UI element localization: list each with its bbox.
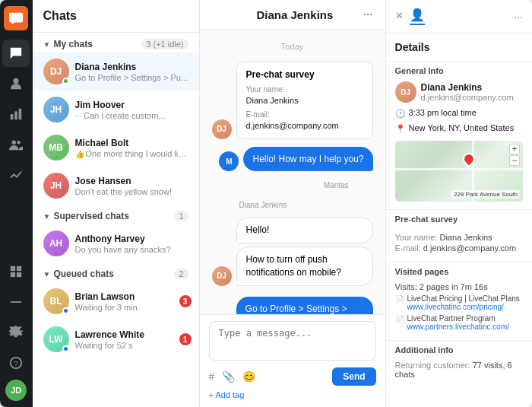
msg-sender-user: Diana Jenkins bbox=[212, 201, 373, 209]
chat-list: Chats ▼ My chats 3 (+1 idle) DJ Diana Je… bbox=[33, 0, 200, 407]
msg-bubble-agent-1: Hello! How may I help you? bbox=[243, 147, 372, 172]
section-my-chats[interactable]: ▼ My chats 3 (+1 idle) bbox=[33, 33, 199, 52]
survey-name-field: Your name: Diana Jenkins bbox=[246, 84, 363, 107]
section-badge-supervised: 1 bbox=[174, 211, 188, 221]
chat-input[interactable] bbox=[209, 321, 376, 361]
visit-url-2[interactable]: www.partners.livechatinc.com/ bbox=[407, 323, 510, 331]
avatar-jose: JH bbox=[43, 173, 69, 199]
section-label-survey: Pre-chat survey bbox=[386, 209, 532, 227]
msg-row-survey: DJ Pre-chat survey Your name: Diana Jenk… bbox=[212, 62, 373, 139]
more-options-icon[interactable]: ··· bbox=[363, 8, 372, 21]
chat-header-actions: ··· bbox=[363, 8, 372, 21]
tab-close[interactable]: ✕ bbox=[395, 10, 404, 23]
location-icon: 📍 bbox=[395, 124, 404, 134]
survey-section: Your name: Diana Jenkins E-mail: d.jenki… bbox=[386, 227, 532, 259]
chat-name-brian: Brian Lawson bbox=[75, 291, 188, 302]
chat-info-diana: Diana Jenkins Go to Profile > Settings >… bbox=[75, 62, 188, 82]
main-chat: Diana Jenkins ··· Today DJ Pre-chat surv… bbox=[200, 0, 385, 407]
chat-info-anthony: Anthony Harvey Do you have any snacks? bbox=[75, 234, 188, 254]
send-button[interactable]: Send bbox=[332, 367, 375, 386]
visit-item-2: 📄 LiveChat Partner Program www.partners.… bbox=[395, 314, 523, 331]
visit-info-2: LiveChat Partner Program www.partners.li… bbox=[407, 314, 510, 331]
chat-item-jose[interactable]: JH Jose Hansen Don't eat the yellow snow… bbox=[33, 167, 199, 205]
visits-summary: Visits: 2 pages in 7m 16s bbox=[395, 282, 523, 291]
toolbar-attachment-icon[interactable]: 📎 bbox=[222, 370, 235, 383]
chat-list-header: Chats bbox=[33, 0, 199, 33]
toolbar-emoji-icon[interactable]: 😊 bbox=[242, 370, 255, 383]
chat-item-anthony[interactable]: AH Anthony Harvey Do you have any snacks… bbox=[33, 224, 199, 262]
chat-input-toolbar: # 📎 😊 Send bbox=[209, 367, 376, 386]
svg-rect-8 bbox=[17, 272, 21, 277]
avatar-diana: DJ bbox=[43, 59, 69, 84]
svg-rect-7 bbox=[11, 272, 15, 277]
nav-icon-analytics[interactable] bbox=[2, 161, 30, 189]
contact-avatar: DJ bbox=[395, 81, 416, 103]
right-panel: ✕ 👤 ··· Details General Info DJ Diana Je… bbox=[385, 0, 532, 407]
nav-icon-team[interactable] bbox=[2, 131, 30, 158]
add-tag-button[interactable]: + Add tag bbox=[209, 386, 376, 401]
nav-icon-reports[interactable] bbox=[2, 100, 30, 128]
zoom-out-button[interactable]: − bbox=[509, 155, 520, 166]
section-label-visited: Visited pages bbox=[386, 262, 532, 279]
survey-field-email: E-mail: d.jenkins@company.com bbox=[395, 243, 523, 253]
chevron-my-chats: ▼ bbox=[43, 40, 51, 49]
survey-email-field: E-mail: d.jenkins@company.com bbox=[246, 110, 363, 132]
chat-preview-lawrence: Waiting for 52 s bbox=[75, 341, 188, 350]
chat-header: Diana Jenkins ··· bbox=[200, 0, 385, 30]
map-pin bbox=[463, 153, 475, 165]
msg-row-user-hello: DJ Hello! How to turn off push notificat… bbox=[212, 217, 373, 285]
section-title-supervised: Supervised chats bbox=[53, 211, 174, 221]
section-label-general: General Info bbox=[386, 61, 532, 78]
section-label-additional: Additional info bbox=[386, 340, 532, 358]
chat-item-brian[interactable]: BL Brian Lawson Waiting for 3 min 3 bbox=[33, 282, 199, 320]
zoom-in-button[interactable]: + bbox=[509, 144, 520, 154]
additional-text: Returning customer: 77 visits, 6 chats bbox=[395, 361, 523, 379]
chat-preview-anthony: Do you have any snacks? bbox=[75, 245, 188, 254]
chat-item-lawrence[interactable]: LW Lawrence White Waiting for 52 s 1 bbox=[33, 320, 199, 358]
nav-icon-minus[interactable] bbox=[2, 288, 30, 316]
survey-email-value: d.jenkins@company.com bbox=[246, 120, 363, 132]
chat-preview-jim: ··· Can I create custom... bbox=[75, 111, 188, 120]
messages-container: Today DJ Pre-chat survey Your name: Dian… bbox=[200, 30, 385, 314]
badge-lawrence: 1 bbox=[179, 333, 192, 345]
toolbar-hash-icon[interactable]: # bbox=[209, 370, 215, 383]
visited-section: Visits: 2 pages in 7m 16s 📄 LiveChat Pri… bbox=[386, 279, 532, 337]
chat-header-name: Diana Jenkins bbox=[227, 8, 363, 21]
chat-item-diana[interactable]: DJ Diana Jenkins Go to Profile > Setting… bbox=[33, 52, 199, 91]
user-messages: Hello! How to turn off push notification… bbox=[236, 217, 373, 285]
avatar-user-1: DJ bbox=[212, 266, 232, 286]
chat-item-michael[interactable]: MB Michael Bolt 👍One more thing I would … bbox=[33, 129, 199, 167]
info-row-location: 📍 New York, NY, United States bbox=[386, 121, 532, 136]
panel-menu-icon[interactable]: ··· bbox=[514, 11, 523, 23]
date-label: Today bbox=[212, 42, 373, 51]
chat-item-jim[interactable]: JH Jim Hoover ··· Can I create custom... bbox=[33, 91, 199, 129]
survey-field-email-value: d.jenkins@company.com bbox=[423, 243, 516, 253]
clock-icon: 🕐 bbox=[395, 109, 404, 119]
survey-field-name-label: Your name: bbox=[395, 233, 438, 242]
section-badge-queued: 2 bbox=[174, 269, 188, 279]
chat-name-anthony: Anthony Harvey bbox=[75, 234, 188, 244]
chat-name-michael: Michael Bolt bbox=[75, 138, 188, 148]
chevron-queued: ▼ bbox=[43, 270, 51, 278]
nav-icon-settings[interactable] bbox=[2, 319, 30, 346]
msg-sender-agent-1: Mantas bbox=[212, 179, 373, 190]
chat-list-body: ▼ My chats 3 (+1 idle) DJ Diana Jenkins … bbox=[33, 33, 199, 407]
nav-icon-contacts[interactable] bbox=[2, 70, 30, 97]
chat-info-lawrence: Lawrence White Waiting for 52 s bbox=[75, 329, 188, 350]
nav-user-avatar[interactable]: JD bbox=[5, 380, 27, 401]
survey-field-name-value: Diana Jenkins bbox=[439, 233, 492, 242]
map-background: 228 Park Avenue South + − bbox=[395, 141, 523, 202]
nav-icon-help[interactable]: ? bbox=[2, 349, 30, 377]
section-supervised[interactable]: ▼ Supervised chats 1 bbox=[33, 205, 199, 224]
nav-icon-grid[interactable] bbox=[2, 258, 30, 285]
map-container: 228 Park Avenue South + − bbox=[395, 141, 523, 202]
nav-logo[interactable] bbox=[4, 6, 28, 30]
nav-icon-chat[interactable] bbox=[2, 40, 30, 67]
contact-email: d.jenkins@company.com bbox=[421, 93, 514, 102]
chat-name-diana: Diana Jenkins bbox=[75, 62, 188, 72]
tab-person[interactable]: 👤 bbox=[410, 8, 425, 25]
section-queued[interactable]: ▼ Queued chats 2 bbox=[33, 262, 199, 282]
visit-url-1[interactable]: www.livechatinc.com/pricing/ bbox=[407, 303, 520, 311]
chevron-supervised: ▼ bbox=[43, 212, 51, 221]
page-icon-1: 📄 bbox=[395, 295, 404, 304]
